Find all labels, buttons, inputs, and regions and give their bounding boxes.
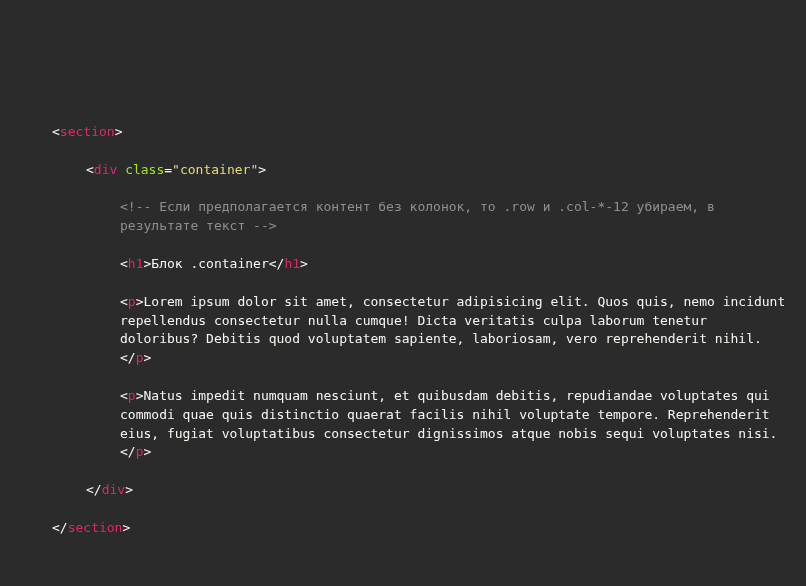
blank-line <box>18 556 788 575</box>
code-comment: <!-- Если предполагается контент без кол… <box>18 198 788 236</box>
code-line: <h1>Блок .container</h1> <box>18 255 788 274</box>
code-line: </section> <box>18 519 788 538</box>
code-line: </div> <box>18 481 788 500</box>
code-line: <section> <box>18 123 788 142</box>
code-line: <p>Lorem ipsum dolor sit amet, consectet… <box>18 293 788 368</box>
code-line: <div class="container"> <box>18 161 788 180</box>
code-editor[interactable]: <section> <div class="container"> <!-- Е… <box>18 85 788 586</box>
code-line: <p>Natus impedit numquam nesciunt, et qu… <box>18 387 788 462</box>
